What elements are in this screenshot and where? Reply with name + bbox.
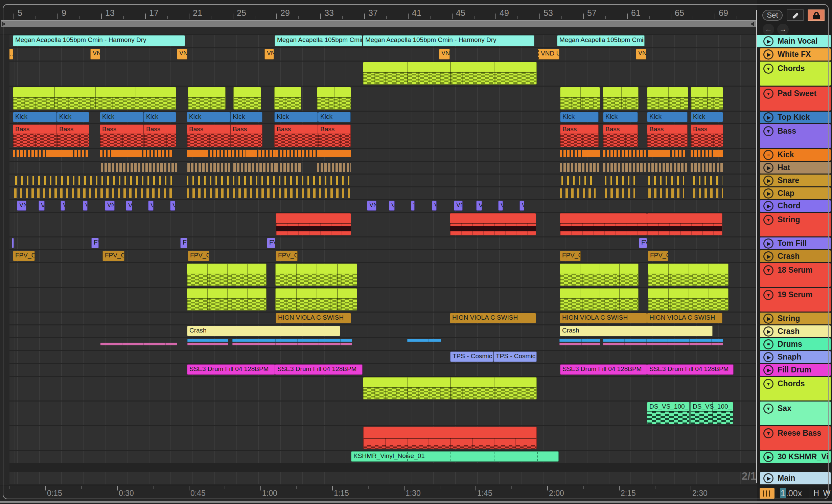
kick-pattern-segment[interactable] xyxy=(246,150,255,157)
track-lane-fill-drum[interactable]: SSE3 Drum Fill 04 128BPMSSE3 Drum Fill 0… xyxy=(9,364,757,376)
hat-pattern-segment[interactable] xyxy=(317,163,351,172)
track-header-main-vocal[interactable]: ▶Main Vocal xyxy=(760,35,831,47)
drums-loop-segment[interactable] xyxy=(603,339,723,346)
clip-vn[interactable]: VN xyxy=(454,201,463,211)
clip-sse3-drum-fill-04-128bpm[interactable]: SSE3 Drum Fill 04 128BPM xyxy=(560,364,647,375)
clip-vn[interactable]: VN xyxy=(264,49,274,60)
track-lane-main[interactable] xyxy=(9,472,757,484)
clip-hign-viola-c-swish[interactable]: HIGN VIOLA C SWISH xyxy=(560,313,647,323)
clip-bass[interactable]: Bass xyxy=(560,124,599,147)
clip-hign-viola-c-swish[interactable]: HIGN VIOLA C SWISH xyxy=(276,313,351,323)
time-ruler[interactable]: 0:150:300:451:001:151:301:452:002:152:30 xyxy=(0,485,757,501)
kick-pattern-segment[interactable] xyxy=(276,150,318,157)
track-header-hat[interactable]: ▶Hat xyxy=(760,162,831,174)
clip-tps-cosmic[interactable]: TPS - Cosmic xyxy=(493,351,537,362)
clip-v[interactable]: V xyxy=(39,201,45,211)
clip-18-serum[interactable] xyxy=(187,264,267,286)
kick-pattern-segment[interactable] xyxy=(46,150,71,157)
horizontal-scrollbar[interactable] xyxy=(1,20,756,27)
clip-18-serum[interactable] xyxy=(275,264,357,286)
kick-pattern-segment[interactable] xyxy=(318,150,351,157)
clip-kick[interactable]: Kick xyxy=(100,112,144,122)
snare-pattern-segment[interactable] xyxy=(561,176,596,185)
track-header-crash[interactable]: ▶Crash xyxy=(760,250,831,262)
drums-loop-segment[interactable] xyxy=(187,339,228,346)
waveform-toggle-button[interactable] xyxy=(760,488,775,499)
track-header-string[interactable]: ▶String xyxy=(760,313,831,324)
clip-fv[interactable]: FV xyxy=(267,238,275,248)
clip-vnd-u[interactable]: VND U xyxy=(538,49,559,60)
clip-bass[interactable]: Bass xyxy=(230,124,262,147)
link-button[interactable] xyxy=(787,9,804,21)
track-header-tom-fill[interactable]: ▶Tom Fill xyxy=(760,237,831,249)
kick-pattern-segment[interactable] xyxy=(255,150,276,157)
play-icon[interactable]: ▶ xyxy=(763,176,773,186)
track-header-19-serum[interactable]: ▼19 Serum xyxy=(760,288,831,312)
track-header-snare[interactable]: ▶Snare xyxy=(760,175,831,186)
track-lane-reese-bass[interactable] xyxy=(9,426,757,450)
drums-loop-segment[interactable] xyxy=(559,339,600,346)
clip-v[interactable]: V xyxy=(126,201,132,211)
clip-vn[interactable]: VN xyxy=(636,49,646,60)
track-lane-hat[interactable] xyxy=(9,162,757,174)
track-header-bass[interactable]: ▼Bass xyxy=(760,124,831,148)
clip-pad-sweet[interactable] xyxy=(603,87,639,110)
track-lane-sax[interactable]: DS_VS_100_DS_VS_100_ xyxy=(9,402,757,425)
track-header-snaph[interactable]: ▶Snaph xyxy=(760,351,831,363)
hat-pattern-segment[interactable] xyxy=(233,163,276,172)
kick-pattern-segment[interactable] xyxy=(713,150,723,157)
fold-icon[interactable]: ▼ xyxy=(763,428,773,438)
hat-pattern-segment[interactable] xyxy=(603,163,688,172)
clip-crash[interactable]: Crash xyxy=(560,326,713,336)
clip-bass[interactable]: Bass xyxy=(647,124,688,147)
kick-pattern-segment[interactable] xyxy=(206,150,246,157)
clip-string-pad[interactable] xyxy=(560,213,647,235)
clip-sse3-drum-fill-04-128bpm[interactable]: SSE3 Drum Fill 04 128BPM xyxy=(187,364,275,375)
scrollbar-left-chevron-icon[interactable] xyxy=(750,22,754,26)
track-header-chords[interactable]: ▼Chords xyxy=(760,377,831,400)
hat-pattern-segment[interactable] xyxy=(101,163,177,172)
clip-kick[interactable]: Kick xyxy=(318,112,351,122)
width-zoom-button[interactable]: W xyxy=(822,488,831,499)
forward-arrow-button[interactable]: → xyxy=(777,24,789,35)
snare-pattern-segment[interactable] xyxy=(693,176,722,185)
play-icon[interactable]: ▶ xyxy=(763,201,773,211)
clip-kick[interactable]: Kick xyxy=(230,112,262,122)
clip-tps-cosmic[interactable]: TPS - Cosmic xyxy=(450,351,493,362)
clap-pattern-segment[interactable] xyxy=(14,188,175,198)
track-lane-white-fx[interactable]: ...VNVNVNVNVND UVN xyxy=(9,48,757,61)
kick-pattern-segment[interactable] xyxy=(648,150,668,157)
kick-pattern-segment[interactable] xyxy=(560,150,583,157)
play-icon[interactable]: ▶ xyxy=(763,163,773,173)
play-icon[interactable]: ▶ xyxy=(763,251,773,261)
play-icon[interactable]: ▶ xyxy=(763,326,773,337)
kick-pattern-segment[interactable] xyxy=(583,150,600,157)
kick-pattern-segment[interactable] xyxy=(691,150,713,157)
clip-fpv-c[interactable]: FPV_C xyxy=(560,251,581,261)
play-icon[interactable]: ▶ xyxy=(763,36,773,46)
clip-bass[interactable]: Bass xyxy=(318,124,351,147)
clip-fpv-c[interactable]: FPV_C xyxy=(648,251,668,261)
clip-pad-sweet[interactable] xyxy=(274,87,301,110)
clip-kick[interactable]: Kick xyxy=(274,112,318,122)
track-header-reese-bass[interactable]: ▼Reese Bass xyxy=(760,426,831,450)
track-lane-drums[interactable] xyxy=(9,338,757,350)
clip-sse3-drum-fill-04-128bpm[interactable]: SSE3 Drum Fill 04 128BPM xyxy=(647,364,734,375)
track-lane-crash[interactable]: FPV_CFPV_CFPV_CFPV_CFPV_CFPV_C xyxy=(9,250,757,262)
clip-chords[interactable] xyxy=(363,62,537,85)
clip-bass[interactable]: Bass xyxy=(691,124,723,147)
track-header-crash[interactable]: ▶Crash xyxy=(760,325,831,337)
clip-bass[interactable]: Bass xyxy=(274,124,318,147)
clip-kick[interactable]: Kick xyxy=(13,112,57,122)
fold-icon[interactable]: ▼ xyxy=(763,404,773,414)
kick-pattern-segment[interactable] xyxy=(112,150,140,157)
snare-pattern-segment[interactable] xyxy=(648,176,684,185)
track-lane-clap[interactable] xyxy=(9,187,757,199)
clip-ds-vs-100-[interactable]: DS_VS_100_ xyxy=(690,402,733,424)
clip-kick[interactable]: Kick xyxy=(603,112,638,122)
lock-button[interactable] xyxy=(808,9,825,21)
track-lane-pad-sweet[interactable] xyxy=(9,87,757,111)
clip-v[interactable]: V xyxy=(498,201,503,211)
track-lane-string[interactable] xyxy=(9,213,757,236)
hat-pattern-segment[interactable] xyxy=(691,163,723,172)
